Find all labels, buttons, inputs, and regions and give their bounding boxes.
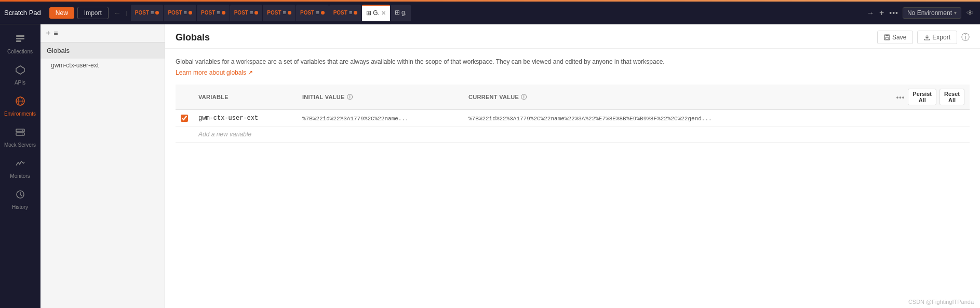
tab-globals-active[interactable]: ⊞ G. ✕ [362,5,390,21]
environment-selector[interactable]: No Environment ▾ [903,7,961,19]
export-icon [924,34,930,40]
svg-rect-14 [885,37,889,39]
tab-post-4[interactable]: POST ≡ [230,5,263,21]
panel-add-button[interactable]: + [46,29,50,38]
more-tabs-button[interactable]: ••• [888,8,900,18]
tab-post-6[interactable]: POST ≡ [296,5,329,21]
th-initial-value: INITIAL VALUE ⓘ [297,85,463,110]
svg-rect-0 [16,35,24,37]
env-label: No Environment [907,9,952,17]
panel-item-gwm-label: gwm-ctx-user-ext [51,62,99,69]
nav-separator: | [126,10,128,16]
tab-close-icon[interactable]: ✕ [381,10,386,17]
save-button[interactable]: Save [877,31,913,44]
tab-dot [288,11,291,15]
new-button[interactable]: New [49,7,74,19]
import-button[interactable]: Import [77,7,109,19]
apis-label: APIs [15,80,25,86]
sidebar-item-environments[interactable]: Environments [0,92,40,121]
apis-icon [15,65,25,78]
tab-actions: → + ••• [866,7,900,19]
tab-dot [354,11,357,15]
tab-dot [321,11,325,15]
sidebar-item-apis[interactable]: APIs [0,61,40,90]
tab-grid-icon-2: ⊞ [395,9,400,16]
svg-rect-2 [16,40,21,42]
eye-button[interactable]: 👁 [964,8,976,18]
tab-post-3[interactable]: POST ≡ [197,5,230,21]
row-checkbox-cell[interactable] [176,110,193,127]
forward-button[interactable]: → [866,8,875,18]
monitors-label: Monitors [10,173,30,179]
add-variable-cell[interactable]: Add a new variable [193,127,891,143]
sidebar-item-collections[interactable]: Collections [0,30,40,59]
tab-dot [155,11,159,15]
tab-dot [222,11,225,15]
save-icon [884,34,890,40]
environments-icon [15,96,25,109]
svg-rect-1 [16,38,24,39]
tab-post-1[interactable]: POST ≡ [131,5,164,21]
th-actions: ••• Persist All Reset All [891,85,970,110]
tab-g-dot[interactable]: ⊞ g. [391,5,411,21]
svg-marker-3 [16,66,24,74]
sidebar-item-monitors[interactable]: Monitors [0,154,40,183]
description-text: Global variables for a workspace are a s… [176,57,970,66]
main-layout: Collections APIs Environments [0,24,980,308]
initial-value-info-icon[interactable]: ⓘ [347,93,353,101]
tab-post-7[interactable]: POST ≡ [329,5,362,21]
sidebar-item-mock-servers[interactable]: Mock Servers [0,123,40,152]
variables-table: VARIABLE INITIAL VALUE ⓘ CURRENT VALUE [176,85,970,143]
tab-strip: POST ≡ POST ≡ POST ≡ POST ≡ POST ≡ POST … [131,5,860,21]
svg-point-10 [22,134,23,135]
sidebar-item-history[interactable]: History [0,185,40,214]
svg-point-9 [22,130,23,131]
panel-sort-button[interactable]: ≡ [53,29,58,37]
row-variable-name[interactable]: gwm-ctx-user-ext [193,110,297,127]
panel-item-globals-label: Globals [47,47,70,54]
tab-dot [189,11,192,15]
info-button[interactable]: ⓘ [961,32,970,43]
watermark: CSDN @FightingITPanda [908,299,974,305]
row-actions [891,110,970,127]
th-check [176,85,193,110]
history-label: History [12,204,28,210]
content-header: Globals Save Export [165,24,980,49]
back-button[interactable]: ← [112,8,123,18]
tab-post-5[interactable]: POST ≡ [263,5,296,21]
row-checkbox[interactable] [181,115,188,122]
th-variable: VARIABLE [193,85,297,110]
sidebar: Collections APIs Environments [0,24,41,308]
environments-label: Environments [4,111,36,117]
mock-servers-icon [15,127,25,140]
history-icon [15,189,25,202]
page-title: Globals [176,32,210,43]
panel-item-gwm[interactable]: gwm-ctx-user-ext [41,59,165,72]
learn-more-link[interactable]: Learn more about globals ↗ [176,69,253,76]
top-bar: Scratch Pad New Import ← | POST ≡ POST ≡… [0,2,980,24]
panel-item-globals[interactable]: Globals [41,43,165,59]
current-value-info-icon[interactable]: ⓘ [521,93,527,101]
tab-post-2[interactable]: POST ≡ [164,5,196,21]
persist-all-button[interactable]: Persist All [908,89,936,105]
reset-all-button[interactable]: Reset All [939,89,964,105]
collections-label: Collections [7,49,33,54]
mock-servers-label: Mock Servers [4,142,36,148]
export-button[interactable]: Export [917,31,957,44]
svg-rect-13 [885,35,889,36]
panel-header: + ≡ [41,24,165,43]
tab-grid-icon: ⊞ [366,9,371,17]
row-initial-value[interactable]: %7B%22id%22%3A1779%2C%22name... [297,110,463,127]
dots-icon[interactable]: ••• [896,93,905,101]
content-body: Global variables for a workspace are a s… [165,49,980,308]
content-actions: Save Export ⓘ [877,31,970,44]
environments-panel: + ≡ Globals gwm-ctx-user-ext [41,24,165,308]
row-current-value[interactable]: %7B%22id%22%3A1779%2C%22name%22%3A%22%E7… [463,110,891,127]
monitors-icon [15,158,25,171]
add-tab-button[interactable]: + [878,7,885,19]
chevron-down-icon: ▾ [954,10,957,16]
collections-icon [15,34,25,47]
th-current-value: CURRENT VALUE ⓘ [463,85,891,110]
add-variable-row: Add a new variable [176,127,970,143]
app-title: Scratch Pad [4,9,41,17]
